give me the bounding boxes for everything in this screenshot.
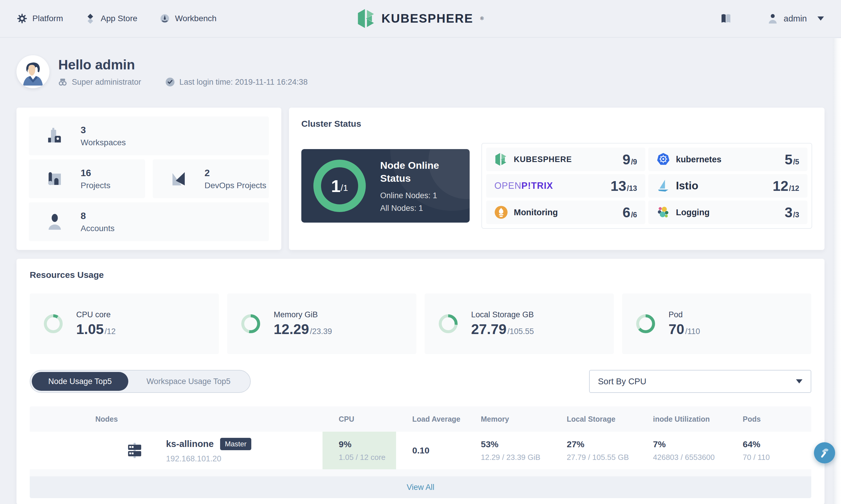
main-content: Hello admin Super administrator [0,55,841,504]
cpu-donut [43,314,63,334]
nav-item-workbench[interactable]: Workbench [160,14,216,23]
nav-item-app-store[interactable]: App Store [85,14,137,23]
istio-total: /12 [789,184,799,193]
workspaces-text: 3 Workspaces [81,125,126,147]
memory-donut [241,314,261,334]
kubesphere-count: 9 [623,151,630,168]
cpu-gauge-label: CPU core [76,310,116,319]
summary-card: 3 Workspaces 16 Projects [16,108,281,250]
accounts-count: 8 [81,211,115,221]
component-openpitrix-value: 13 /13 [611,178,637,194]
top-nav: Platform App Store Workbench KUBESPHERE [0,0,841,38]
summary-row-3: 8 Accounts [29,202,269,241]
nav-left: Platform App Store Workbench [17,14,216,23]
storage-detail: 27.79 / 105.55 GB [567,453,637,462]
istio-icon [656,179,670,193]
projects-icon [45,169,64,188]
view-all-bar[interactable]: View All [30,476,811,498]
devops-tile[interactable]: 2 DevOps Projects [153,159,269,198]
user-menu[interactable]: admin [767,13,824,24]
storage-gauge-value: 27.79 /105.55 [471,321,534,337]
registered-mark: ® [480,16,484,21]
storage-used: 27.79 [471,321,506,337]
memory-gauge-label: Memory GiB [274,310,332,319]
toolbox-fab[interactable] [814,442,835,464]
all-nodes-line: All Nodes: 1 [380,204,469,213]
greeting-text: Hello admin Super administrator [58,57,308,87]
logging-total: /3 [793,211,799,219]
node-online-ratio: 1 /1 [313,159,367,213]
workspaces-tile[interactable]: 3 Workspaces [29,116,269,155]
col-memory: Memory [465,415,550,424]
storage-donut [438,314,458,334]
book-icon[interactable] [720,13,732,24]
node-online-donut: 1 /1 [313,159,367,213]
stats-row: 3 Workspaces 16 Projects [16,108,825,250]
node-name[interactable]: ks-allinone [166,439,214,449]
scrollbar-gutter[interactable] [833,38,841,504]
server-icon [126,442,143,459]
gauge-storage: Local Storage GB 27.79 /105.55 [425,293,614,354]
pod-gauge-value: 70 /110 [669,321,700,337]
col-load: Load Average [396,415,465,424]
gauge-memory: Memory GiB 12.29 /23.39 [227,293,416,354]
component-kubernetes-value: 5 /5 [785,151,799,168]
sort-by-select[interactable]: Sort By CPU [589,370,811,393]
memory-gauge-value: 12.29 /23.39 [274,321,332,337]
projects-tile[interactable]: 16 Projects [29,159,145,198]
component-logging-label: Logging [676,208,709,217]
table-header: Nodes CPU Load Average Memory Local Stor… [30,407,811,432]
logging-count: 3 [785,204,792,220]
online-nodes-line: Online Nodes: 1 [380,191,469,200]
nav-item-platform[interactable]: Platform [17,14,63,23]
component-kubesphere-value: 9 /9 [623,151,637,168]
kubesphere-logo[interactable]: KUBESPHERE ® [357,8,484,29]
nav-workbench-label: Workbench [175,14,216,23]
component-logging-value: 3 /3 [785,204,799,220]
cpu-total: /12 [104,327,116,336]
nav-right: admin [720,13,824,24]
monitoring-count: 6 [623,204,630,220]
greeting-meta: Super administrator Last login time: 201… [58,77,308,87]
memory-used: 12.29 [274,321,309,337]
page-title: Hello admin [58,57,308,73]
last-login-label: Last login time: 2019-11-11 16:24:38 [179,78,308,87]
openpitrix-label-bold: P!TRIX [522,181,553,191]
gauge-cpu: CPU core 1.05 /12 [30,293,219,354]
node-usage-table: Nodes CPU Load Average Memory Local Stor… [30,407,811,498]
tab-node-usage[interactable]: Node Usage Top5 [32,372,128,391]
cluster-status-card: Cluster Status 1 /1 Node Onl [289,108,825,250]
usage-controls: Node Usage Top5 Workspace Usage Top5 Sor… [30,370,811,393]
col-inode: inode Utilization [637,415,726,424]
memory-cell: 53% 12.29 / 23.39 GiB [465,432,550,469]
component-logging: Logging 3 /3 [648,200,807,224]
col-storage: Local Storage [550,415,637,424]
inode-percent: 7% [653,439,726,449]
cpu-gauge-value: 1.05 /12 [76,321,116,337]
col-pods: Pods [726,415,811,424]
component-kubernetes: kubernetes 5 /5 [648,148,807,171]
node-cell: ks-allinone Master 192.168.101.20 [30,432,322,469]
view-all-link[interactable]: View All [407,483,434,492]
istio-count: 12 [773,178,788,194]
storage-cell: 27% 27.79 / 105.55 GB [550,432,637,469]
resources-usage-title: Resources Usage [30,270,811,280]
online-nodes-value: 1 [331,176,340,196]
gauges-row: CPU core 1.05 /12 Memory GiB 12.29 /2 [30,293,811,354]
role-label: Super administrator [72,78,141,87]
node-info: ks-allinone Master 192.168.101.20 [166,438,251,464]
username: admin [784,14,807,23]
accounts-tile[interactable]: 8 Accounts [29,202,269,241]
component-monitoring-value: 6 /6 [623,204,637,220]
hammer-icon [818,447,831,459]
tab-workspace-usage[interactable]: Workspace Usage Top5 [128,377,249,386]
workspaces-icon [45,126,64,145]
component-monitoring-label: Monitoring [514,208,558,217]
component-istio-label: Istio [676,180,698,192]
component-kubesphere: KUBESPHERE 9 /9 [486,148,645,171]
table-row[interactable]: ks-allinone Master 192.168.101.20 9% 1.0… [30,432,811,469]
role-icon [58,78,67,86]
pods-detail: 70 / 110 [743,453,811,462]
storage-percent: 27% [567,439,637,449]
memory-total: /23.39 [310,327,332,336]
